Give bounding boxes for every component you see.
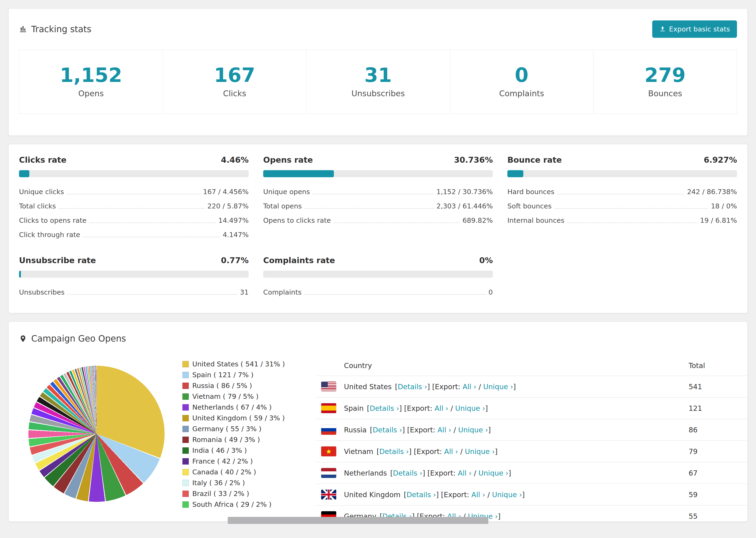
country-name: Spain <box>344 404 364 412</box>
export-all-link[interactable]: All › <box>438 426 452 434</box>
rate-title: Bounce rate <box>507 155 562 165</box>
export-all-link[interactable]: All › <box>444 447 458 456</box>
total-value: 541 <box>689 383 743 391</box>
metric-value: 220 / 5.87% <box>207 202 249 210</box>
export-unique-link[interactable]: Unique › <box>455 404 485 412</box>
metric-row: Clicks to opens rate14.497% <box>19 213 249 228</box>
stats-summary-row: 1,152Opens167Clicks31Unsubscribes0Compla… <box>19 50 737 114</box>
metric-label: Click through rate <box>19 231 80 239</box>
horizontal-scrollbar-thumb[interactable] <box>228 517 488 524</box>
export-all-link[interactable]: All › <box>471 491 485 499</box>
country-name: Netherlands <box>344 469 387 477</box>
dotted-leader <box>89 223 216 223</box>
legend-item: India ( 46 / 3% ) <box>183 445 314 456</box>
stat-label: Opens <box>19 89 163 98</box>
metric-row: Soft bounces18 / 0% <box>507 199 737 213</box>
rate-head: Complaints rate0% <box>263 256 493 265</box>
metric-row: Unsubscribes31 <box>19 285 249 299</box>
rate-block: Complaints rate0%Complaints0 <box>263 256 493 299</box>
us-flag-icon <box>321 381 337 392</box>
export-all-link[interactable]: All › <box>435 404 449 412</box>
legend-item: Netherlands ( 67 / 4% ) <box>183 402 314 413</box>
export-button-label: Export basic stats <box>669 25 730 33</box>
export-basic-stats-button[interactable]: Export basic stats <box>652 21 737 38</box>
total-value: 79 <box>689 447 743 456</box>
metric-value: 4.147% <box>223 231 249 239</box>
export-all-link[interactable]: All › <box>462 383 476 391</box>
metric-row: Total clicks220 / 5.87% <box>19 199 249 213</box>
metric-label: Unique clicks <box>19 188 64 196</box>
country-cell: Netherlands[Details ›] [Export: All › / … <box>321 468 689 478</box>
export-unique-link[interactable]: Unique › <box>465 447 495 456</box>
legend-swatch <box>183 426 189 432</box>
dotted-leader <box>59 208 204 209</box>
metric-row: Hard bounces242 / 86.738% <box>507 185 737 199</box>
dotted-leader <box>67 194 200 194</box>
legend-item: France ( 42 / 2% ) <box>183 456 314 467</box>
gb-flag-icon <box>321 489 337 500</box>
tracking-stats-title: Tracking stats <box>31 24 91 34</box>
export-unique-link[interactable]: Unique › <box>458 426 488 434</box>
legend-label: United States ( 541 / 31% ) <box>192 360 285 368</box>
rate-title: Unsubscribe rate <box>19 256 96 265</box>
metric-value: 167 / 4.456% <box>203 188 249 196</box>
metric-value: 242 / 86.738% <box>687 188 737 196</box>
total-value: 121 <box>689 404 743 412</box>
metric-row: Opens to clicks rate689.82% <box>263 213 493 228</box>
legend-item: Germany ( 55 / 3% ) <box>183 423 314 434</box>
legend-label: United Kingdom ( 59 / 3% ) <box>192 414 285 422</box>
legend-swatch <box>183 480 189 486</box>
rate-title: Clicks rate <box>19 155 67 165</box>
details-link[interactable]: Details › <box>379 447 409 456</box>
table-row: Spain[Details ›] [Export: All › / Unique… <box>316 398 747 419</box>
legend-item: Russia ( 86 / 5% ) <box>183 380 314 391</box>
legend-item: United Kingdom ( 59 / 3% ) <box>183 413 314 423</box>
progress-bar <box>263 170 493 177</box>
legend-swatch <box>183 437 189 443</box>
nl-flag-icon <box>321 468 337 478</box>
legend-label: India ( 46 / 3% ) <box>192 447 247 455</box>
export-all-link[interactable]: All › <box>458 469 472 477</box>
dotted-leader <box>557 194 684 194</box>
metric-row: Unique opens1,152 / 30.736% <box>263 185 493 199</box>
table-row: United Kingdom[Details ›] [Export: All ›… <box>316 484 747 506</box>
details-link[interactable]: Details › <box>373 426 402 434</box>
legend-swatch <box>183 372 189 378</box>
pie-legend: United States ( 541 / 31% )Spain ( 121 /… <box>183 359 314 510</box>
country-name: Vietnam <box>344 447 373 456</box>
progress-bar <box>19 271 249 278</box>
details-link[interactable]: Details › <box>406 491 436 499</box>
stat-box-bounces: 279Bounces <box>593 50 737 114</box>
metric-row: Click through rate4.147% <box>19 228 249 242</box>
metric-value: 0 <box>489 288 493 296</box>
details-link[interactable]: Details › <box>393 469 423 477</box>
dotted-leader <box>304 294 486 295</box>
rate-value: 0.77% <box>221 256 249 265</box>
export-unique-link[interactable]: Unique › <box>492 491 522 499</box>
vn-flag-icon <box>321 446 337 457</box>
legend-label: Germany ( 55 / 3% ) <box>192 425 261 433</box>
campaign-geo-opens-panel: Campaign Geo Opens United States ( 541 /… <box>9 322 747 521</box>
country-column-header: Country <box>321 361 689 370</box>
progress-fill <box>263 170 334 177</box>
stat-box-clicks: 167Clicks <box>163 50 306 114</box>
details-link[interactable]: Details › <box>370 404 399 412</box>
stat-value: 0 <box>450 64 593 86</box>
export-unique-link[interactable]: Unique › <box>483 383 513 391</box>
geo-body: United States ( 541 / 31% )Spain ( 121 /… <box>9 355 747 521</box>
stat-label: Bounces <box>594 89 737 98</box>
stat-value: 31 <box>306 64 450 86</box>
legend-item: Spain ( 121 / 7% ) <box>183 369 314 380</box>
table-row: Russia[Details ›] [Export: All › / Uniqu… <box>316 419 747 441</box>
legend-label: Brazil ( 33 / 2% ) <box>192 490 249 498</box>
rate-title: Complaints rate <box>263 256 335 265</box>
details-link[interactable]: Details › <box>398 383 427 391</box>
page: { "colors": { "accent": "#1693a7", "bar_… <box>0 0 756 538</box>
legend-swatch <box>183 361 189 367</box>
legend-swatch <box>183 415 189 421</box>
legend-swatch <box>183 458 189 464</box>
legend-item: Brazil ( 33 / 2% ) <box>183 488 314 499</box>
metric-label: Opens to clicks rate <box>263 216 331 225</box>
export-unique-link[interactable]: Unique › <box>478 469 508 477</box>
metric-row: Internal bounces19 / 6.81% <box>507 213 737 228</box>
